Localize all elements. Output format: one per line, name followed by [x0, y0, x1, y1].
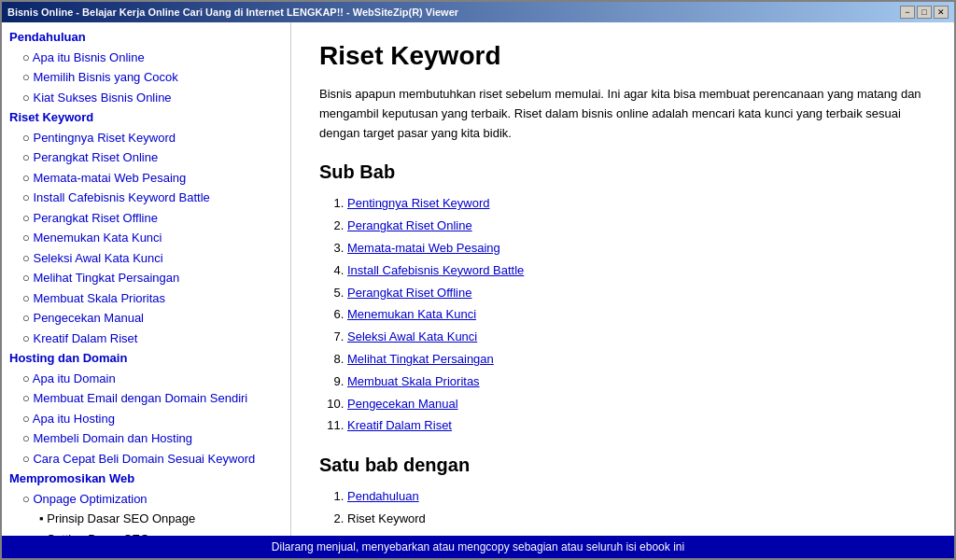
sidebar-item: Hosting dan Domain [2, 348, 290, 369]
page-title: Riset Keyword [319, 41, 926, 71]
sidebar-item: Pendahuluan [2, 27, 290, 48]
sidebar-item: Membuat Skala Prioritas [2, 288, 290, 309]
satu-bab-list: PendahuluanRiset KeywordHosting dan Doma… [347, 487, 926, 536]
sidebar-item: Apa itu Hosting [2, 409, 290, 429]
sidebar-item[interactable]: Apa itu Bisnis Online [2, 48, 290, 68]
sub-bab-list: Pentingnya Riset KeywordPerangkat Riset … [347, 194, 926, 436]
minimize-button[interactable]: − [900, 6, 915, 19]
intro-text: Bisnis apapun membutuhkan riset sebelum … [319, 85, 926, 143]
sidebar-toc[interactable]: PendahuluanApa itu Bisnis OnlineMemilih … [2, 22, 291, 536]
sidebar-item: Membuat Email dengan Domain Sendiri [2, 388, 290, 409]
sub-bab-title: Sub Bab [319, 161, 926, 183]
list-item[interactable]: Pendahuluan [347, 487, 926, 507]
list-item[interactable]: Perangkat Riset Offline [347, 284, 926, 303]
sidebar-item[interactable]: Kiat Sukses Bisnis Online [2, 88, 290, 108]
sidebar-item: Perangkat Riset Online [2, 147, 290, 168]
sidebar-item: Cara Cepat Beli Domain Sesuai Keyword [2, 449, 290, 469]
list-item[interactable]: Pentingnya Riset Keyword [347, 194, 926, 214]
status-bar: Dilarang menjual, menyebarkan atau mengc… [2, 536, 954, 558]
window-controls: − □ ✕ [900, 6, 949, 19]
sidebar-item: Apa itu Domain [2, 369, 290, 389]
window-title: Bisnis Online - Belajar Kerja Online Car… [7, 7, 458, 18]
title-bar: Bisnis Online - Belajar Kerja Online Car… [2, 2, 954, 22]
list-item[interactable]: Membuat Skala Prioritas [347, 372, 926, 392]
sidebar-item: Menemukan Kata Kunci [2, 228, 290, 248]
sidebar-item: Mempromosikan Web [2, 469, 290, 489]
sidebar-item: Onpage Optimization [2, 489, 290, 510]
list-item[interactable]: Perangkat Riset Online [347, 217, 926, 236]
main-content: Riset Keyword Bisnis apapun membutuhkan … [291, 22, 954, 536]
list-item[interactable]: Install Cafebisnis Keyword Battle [347, 261, 926, 281]
list-item[interactable]: Memata-matai Web Pesaing [347, 239, 926, 259]
satu-bab-title: Satu bab dengan [319, 455, 926, 476]
sidebar-item: Perangkat Riset Offline [2, 208, 290, 229]
list-item[interactable]: Menemukan Kata Kunci [347, 305, 926, 325]
status-text: Dilarang menjual, menyebarkan atau mengc… [272, 540, 684, 553]
sidebar-item: Melihat Tingkat Persaingan [2, 268, 290, 288]
sidebar-item[interactable]: Riset Keyword [2, 107, 290, 128]
sidebar-item: Prinsip Dasar SEO Onpage [2, 509, 290, 529]
sidebar-item: Seleksi Awal Kata Kunci [2, 248, 290, 269]
sidebar-item: Install Cafebisnis Keyword Battle [2, 188, 290, 208]
sidebar-item: Memata-matai Web Pesaing [2, 168, 290, 189]
sidebar-item: Pengecekan Manual [2, 308, 290, 329]
content-area: PendahuluanApa itu Bisnis OnlineMemilih … [2, 22, 954, 536]
sidebar-item: Pentingnya Riset Keyword [2, 128, 290, 148]
sidebar-item: Kreatif Dalam Riset [2, 329, 290, 349]
maximize-button[interactable]: □ [917, 6, 932, 19]
list-item[interactable]: Kreatif Dalam Riset [347, 416, 926, 436]
sidebar-item[interactable]: Memilih Bisnis yang Cocok [2, 67, 290, 88]
sidebar-item: Membeli Domain dan Hosting [2, 428, 290, 449]
list-item[interactable]: Melihat Tingkat Persaingan [347, 350, 926, 370]
list-item: Riset Keyword [347, 510, 926, 529]
list-item[interactable]: Pengecekan Manual [347, 395, 926, 414]
close-button[interactable]: ✕ [934, 6, 949, 19]
list-item[interactable]: Seleksi Awal Kata Kunci [347, 328, 926, 347]
sidebar-item: Setting Dasar SEO [2, 529, 290, 537]
